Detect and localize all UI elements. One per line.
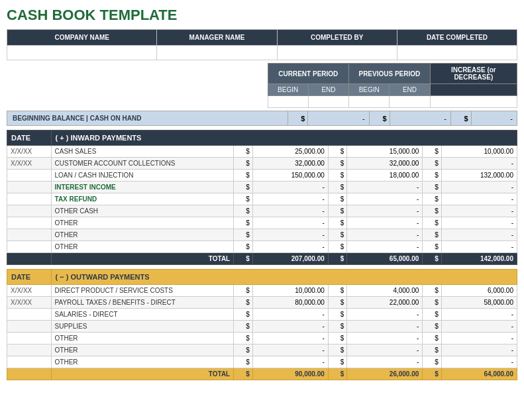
inward-v2: -	[347, 229, 423, 241]
inward-desc: INTEREST INCOME	[51, 182, 234, 193]
outward-v2: -	[347, 333, 423, 344]
outward-d2: $	[328, 333, 347, 344]
outward-row: X/X/XX DIRECT PRODUCT / SERVICE COSTS $ …	[7, 285, 517, 297]
inward-total-v1: 207,000.00	[252, 253, 328, 265]
increase-sub	[430, 84, 517, 96]
completed-by-label: COMPLETED BY	[277, 30, 397, 46]
inward-desc: CASH SALES	[51, 146, 234, 158]
outward-section-label: ( − ) OUTWARD PAYMENTS	[51, 270, 517, 285]
increase-value[interactable]	[430, 96, 517, 108]
outward-total-d1: $	[234, 368, 253, 380]
completed-by-value[interactable]	[277, 46, 397, 60]
inward-v2: -	[347, 205, 423, 217]
inward-total-d1: $	[234, 253, 253, 265]
inward-v1: -	[252, 205, 328, 217]
outward-v1: 10,000.00	[252, 285, 328, 297]
current-begin-label: BEGIN	[268, 84, 308, 96]
inward-v3: -	[441, 241, 517, 253]
outward-v3: -	[441, 344, 517, 356]
inward-desc: LOAN / CASH INJECTION	[51, 170, 234, 182]
inward-date-col: DATE	[7, 131, 52, 146]
outward-v3: 58,000.00	[441, 297, 517, 309]
outward-d1: $	[234, 344, 253, 356]
inward-desc: TAX REFUND	[51, 193, 234, 205]
inward-date	[7, 217, 52, 229]
inward-row: OTHER $ - $ - $ -	[7, 217, 517, 229]
outward-d1: $	[234, 297, 253, 309]
outward-v3: 6,000.00	[441, 285, 517, 297]
inward-v2: 18,000.00	[347, 170, 423, 182]
inward-d2: $	[328, 217, 347, 229]
outward-date: X/X/XX	[7, 285, 52, 297]
inward-d3: $	[423, 241, 442, 253]
inward-d2: $	[328, 241, 347, 253]
inward-table: DATE ( + ) INWARD PAYMENTS X/X/XX CASH S…	[7, 130, 517, 265]
outward-row: OTHER $ - $ - $ -	[7, 344, 517, 356]
outward-v2: -	[347, 321, 423, 333]
current-begin-value[interactable]	[268, 96, 308, 108]
inward-v1: -	[252, 182, 328, 193]
outward-date	[7, 356, 52, 368]
outward-total-v2: 26,000.00	[347, 368, 423, 380]
outward-date	[7, 321, 52, 333]
balance-d2: $	[369, 111, 390, 126]
inward-d1: $	[234, 205, 253, 217]
outward-desc: SUPPLIES	[51, 321, 234, 333]
inward-v1: -	[252, 229, 328, 241]
outward-d3: $	[423, 333, 442, 344]
outward-d3: $	[423, 285, 442, 297]
outward-desc: OTHER	[51, 356, 234, 368]
current-period-label: CURRENT PERIOD	[268, 64, 349, 84]
inward-v1: 25,000.00	[252, 146, 328, 158]
outward-d2: $	[328, 309, 347, 321]
manager-name-value[interactable]	[157, 46, 277, 60]
inward-d2: $	[328, 193, 347, 205]
company-name-value[interactable]	[7, 46, 157, 60]
inward-date	[7, 229, 52, 241]
balance-v2: -	[390, 111, 450, 126]
inward-section-label: ( + ) INWARD PAYMENTS	[51, 131, 517, 146]
outward-d3: $	[423, 297, 442, 309]
inward-v1: -	[252, 241, 328, 253]
outward-d3: $	[423, 321, 442, 333]
inward-d1: $	[234, 146, 253, 158]
balance-v3: -	[471, 111, 517, 126]
current-end-value[interactable]	[308, 96, 348, 108]
outward-d2: $	[328, 321, 347, 333]
inward-d1: $	[234, 182, 253, 193]
inward-d1: $	[234, 193, 253, 205]
inward-d3: $	[423, 229, 442, 241]
inward-v3: -	[441, 205, 517, 217]
previous-begin-value[interactable]	[349, 96, 390, 108]
inward-total-v3: 142,000.00	[441, 253, 517, 265]
outward-row: SALARIES - DIRECT $ - $ - $ -	[7, 309, 517, 321]
inward-date: X/X/XX	[7, 158, 52, 170]
outward-d3: $	[423, 344, 442, 356]
outward-v1: -	[252, 309, 328, 321]
date-completed-value[interactable]	[397, 46, 517, 60]
inward-desc: CUSTOMER ACCOUNT COLLECTIONS	[51, 158, 234, 170]
outward-v2: -	[347, 344, 423, 356]
current-end-label: END	[308, 84, 348, 96]
inward-v2: -	[347, 182, 423, 193]
inward-d2: $	[328, 158, 347, 170]
outward-v2: -	[347, 309, 423, 321]
previous-begin-label: BEGIN	[349, 84, 390, 96]
inward-date	[7, 205, 52, 217]
inward-desc: OTHER CASH	[51, 205, 234, 217]
outward-total-v1: 90,000.00	[252, 368, 328, 380]
inward-d3: $	[423, 158, 442, 170]
balance-d1: $	[288, 111, 308, 126]
outward-desc: DIRECT PRODUCT / SERVICE COSTS	[51, 285, 234, 297]
inward-v1: 150,000.00	[252, 170, 328, 182]
inward-desc: OTHER	[51, 229, 234, 241]
inward-row: LOAN / CASH INJECTION $ 150,000.00 $ 18,…	[7, 170, 517, 182]
inward-total-empty	[7, 253, 52, 265]
inward-d3: $	[423, 146, 442, 158]
outward-d3: $	[423, 356, 442, 368]
outward-table: DATE ( − ) OUTWARD PAYMENTS X/X/XX DIREC…	[7, 269, 517, 380]
previous-end-value[interactable]	[390, 96, 430, 108]
outward-desc: PAYROLL TAXES / BENEFITS - DIRECT	[51, 297, 234, 309]
balance-d3: $	[450, 111, 471, 126]
inward-row: X/X/XX CUSTOMER ACCOUNT COLLECTIONS $ 32…	[7, 158, 517, 170]
